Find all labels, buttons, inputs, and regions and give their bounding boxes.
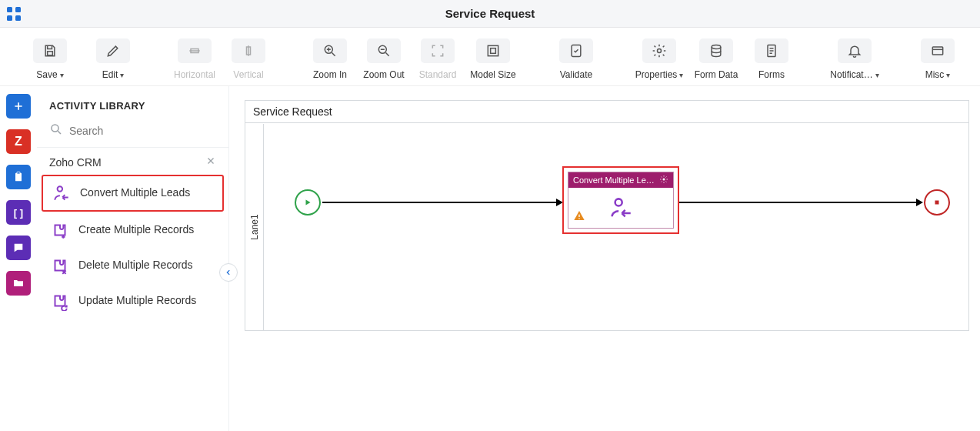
chevron-down-icon: ▾	[60, 71, 64, 79]
model-size-icon	[476, 38, 510, 63]
misc-icon	[921, 38, 955, 63]
svg-rect-3	[15, 15, 21, 21]
svg-rect-4	[48, 52, 53, 55]
flow-connector	[322, 202, 558, 203]
validate-button[interactable]: Validate	[549, 38, 603, 80]
lane-label: Lane1	[249, 214, 260, 239]
database-icon	[699, 38, 733, 63]
form-data-button[interactable]: Form Data	[688, 38, 745, 80]
add-button[interactable]	[6, 94, 31, 119]
activity-library-sidebar: ACTIVITY LIBRARY Zoho CRM Convert Multip…	[37, 86, 229, 431]
standard-button: Standard	[411, 38, 465, 80]
vertical-button: Vertical	[222, 38, 275, 80]
activity-item-label: Convert Multiple Leads	[80, 186, 190, 200]
align-horizontal-icon	[178, 38, 212, 63]
svg-rect-0	[7, 7, 12, 12]
zoom-out-icon	[367, 38, 401, 63]
svg-rect-1	[15, 7, 21, 12]
activity-group-header: Zoho CRM	[37, 148, 228, 173]
chevron-down-icon: ▾	[946, 71, 950, 79]
svg-rect-10	[491, 48, 496, 54]
properties-button[interactable]: Properties▾	[631, 38, 688, 80]
svg-rect-22	[578, 215, 579, 217]
chevron-down-icon: ▾	[120, 71, 124, 79]
activity-node[interactable]: Convert Multiple Lea...	[562, 166, 679, 234]
activity-node-body	[568, 188, 673, 228]
canvas-area: Service Request Lane1 Convert Multiple L…	[229, 86, 980, 431]
start-node[interactable]	[295, 189, 321, 216]
canvas-title: Service Request	[245, 101, 968, 123]
save-button[interactable]: Save▾	[23, 38, 77, 80]
search-icon	[49, 122, 63, 139]
top-header: Service Request	[0, 0, 980, 28]
folder-icon[interactable]	[6, 271, 31, 296]
svg-rect-2	[7, 15, 12, 21]
warning-icon	[573, 209, 585, 225]
chat-icon[interactable]	[6, 236, 31, 260]
activity-item-convert-multiple-leads[interactable]: Convert Multiple Leads	[42, 175, 224, 212]
edit-button[interactable]: Edit▾	[86, 38, 140, 80]
validate-icon	[559, 38, 593, 63]
flow-connector	[679, 202, 918, 203]
svg-point-21	[615, 199, 622, 205]
svg-point-20	[663, 179, 665, 181]
svg-rect-15	[932, 47, 942, 55]
collapse-sidebar-button[interactable]	[219, 263, 238, 282]
misc-button[interactable]: Misc▾	[911, 38, 965, 80]
left-rail: Z [ ]	[0, 86, 37, 431]
activity-item-update-multiple-records[interactable]: Update Multiple Records	[42, 284, 224, 318]
activity-item-label: Update Multiple Records	[78, 294, 196, 308]
chevron-down-icon: ▾	[875, 71, 879, 79]
svg-point-13	[712, 45, 721, 49]
activity-item-label: Create Multiple Records	[78, 223, 194, 237]
close-icon[interactable]	[205, 155, 216, 169]
activity-node-header: Convert Multiple Lea...	[568, 172, 673, 188]
save-icon	[33, 38, 67, 63]
gear-icon	[642, 38, 676, 63]
clipboard-icon[interactable]	[6, 165, 31, 189]
end-node[interactable]	[924, 189, 950, 216]
page-title: Service Request	[445, 7, 535, 20]
standard-zoom-icon	[421, 38, 455, 63]
svg-point-18	[52, 125, 58, 132]
toolbar: Save▾ Edit▾ Horizontal Vertical Zoom In …	[0, 28, 980, 86]
zoom-out-button[interactable]: Zoom Out	[357, 38, 411, 80]
svg-point-19	[58, 186, 63, 192]
process-canvas[interactable]: Service Request Lane1 Convert Multiple L…	[245, 100, 969, 331]
apps-icon[interactable]	[0, 6, 28, 22]
forms-button[interactable]: Forms	[745, 38, 798, 80]
zoom-in-icon	[313, 38, 347, 63]
activity-item-create-multiple-records[interactable]: Create Multiple Records	[42, 213, 224, 247]
lane-header: Lane1	[245, 124, 264, 330]
gear-icon[interactable]	[659, 175, 668, 185]
activity-item-label: Delete Multiple Records	[78, 259, 193, 272]
svg-rect-24	[935, 201, 939, 205]
puzzle-refresh-icon	[49, 290, 71, 312]
zoom-in-button[interactable]: Zoom In	[303, 38, 357, 80]
svg-point-12	[658, 49, 662, 53]
svg-rect-23	[578, 218, 579, 219]
svg-rect-9	[488, 45, 498, 55]
activity-item-delete-multiple-records[interactable]: Delete Multiple Records	[42, 249, 224, 282]
person-arrow-icon	[51, 182, 72, 204]
search-input[interactable]	[69, 125, 216, 137]
bell-icon	[838, 38, 872, 63]
svg-rect-17	[17, 172, 20, 174]
forms-icon	[755, 38, 788, 63]
sidebar-title: ACTIVITY LIBRARY	[37, 92, 228, 119]
puzzle-plus-icon	[49, 219, 71, 241]
chevron-down-icon: ▾	[679, 71, 683, 79]
horizontal-button: Horizontal	[168, 38, 222, 80]
notifications-button[interactable]: Notificat…▾	[826, 38, 883, 80]
arrow-icon	[916, 199, 923, 206]
edit-icon	[96, 38, 130, 63]
brackets-icon[interactable]: [ ]	[6, 200, 31, 225]
lane-content[interactable]: Convert Multiple Lea...	[264, 124, 968, 330]
model-size-button[interactable]: Model Size	[465, 38, 522, 80]
zoho-icon[interactable]: Z	[6, 129, 31, 154]
align-vertical-icon	[232, 38, 265, 63]
puzzle-x-icon	[49, 255, 71, 276]
